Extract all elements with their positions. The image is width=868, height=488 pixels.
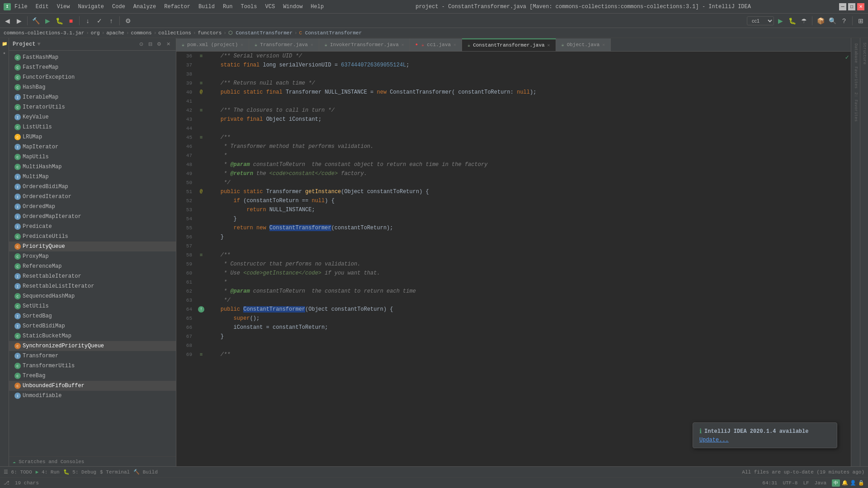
tree-item-listutils[interactable]: CListUtils (9, 122, 176, 132)
run-config-run[interactable]: ▶ (775, 15, 786, 26)
menu-view[interactable]: View (53, 3, 74, 11)
settings-button[interactable]: ⚙ (123, 15, 133, 26)
structure-label[interactable]: Structure (862, 43, 867, 65)
tree-item-hashbag[interactable]: CHashBag (9, 82, 176, 92)
tab-cc1-java[interactable]: ●☕cc1.java✕ (410, 38, 462, 51)
menu-edit[interactable]: Edit (32, 3, 52, 11)
menu-build[interactable]: Build (195, 3, 218, 11)
tree-item-orderedmapiterator[interactable]: IOrderedMapIterator (9, 212, 176, 222)
tree-item-referencemap[interactable]: CReferenceMap (9, 261, 176, 271)
back-button[interactable]: ◀ (2, 15, 13, 26)
vcs-push-button[interactable]: ↑ (106, 15, 117, 26)
tree-item-synchronizedpriorityqueue[interactable]: CSynchronizedPriorityQueue (9, 341, 176, 351)
breadcrumb-functors[interactable]: functors (198, 30, 222, 36)
menu-tools[interactable]: Tools (237, 3, 261, 11)
tree-item-transformer[interactable]: ITransformer (9, 351, 176, 361)
tree-item-resettableiterator[interactable]: IResettableIterator (9, 271, 176, 281)
tree-item-proxymap[interactable]: CProxyMap (9, 251, 176, 261)
tree-item-transformerutils[interactable]: CTransformerUtils (9, 361, 176, 371)
tree-item-multimap[interactable]: IMultiMap (9, 172, 176, 182)
menu-analyze[interactable]: Analyze (130, 3, 160, 11)
tab-object-java[interactable]: ☕Object.java✕ (556, 38, 611, 51)
tree-item-mapiterator[interactable]: IMapIterator (9, 142, 176, 152)
tree-item-predicate[interactable]: IPredicate (9, 222, 176, 232)
help-btn[interactable]: ? (839, 15, 849, 26)
tree-item-resettablelistiterator[interactable]: IResettableListIterator (9, 281, 176, 291)
tab-pom-xml--project-[interactable]: ☕pom.xml (project)✕ (176, 38, 249, 51)
notification-update-link[interactable]: Update... (699, 437, 729, 443)
tree-item-orderedbidimap[interactable]: IOrderedBidiMap (9, 182, 176, 192)
tree-item-treebag[interactable]: CTreeBag (9, 371, 176, 381)
tree-item-sequencedhashmap[interactable]: CSequencedHashMap (9, 291, 176, 301)
breadcrumb-constanttransformer-outer[interactable]: ⬡ ConstantTransformer (228, 30, 292, 36)
panel-close-button[interactable]: ✕ (164, 40, 172, 48)
run-config-coverage[interactable]: ☂ (798, 15, 809, 26)
menu-help[interactable]: Help (307, 3, 327, 11)
vcs-update-button[interactable]: ↓ (82, 15, 93, 26)
tree-item-setutils[interactable]: CSetUtils (9, 301, 176, 311)
breadcrumb-org[interactable]: org (91, 30, 100, 36)
panel-settings-button[interactable]: ⚙ (155, 40, 163, 48)
menu-navigate[interactable]: Navigate (74, 3, 108, 11)
menu-window[interactable]: Window (279, 3, 306, 11)
tree-item-multihashmap[interactable]: CMultiHashMap (9, 162, 176, 172)
debug-status[interactable]: 🐛 5: Debug (63, 469, 96, 475)
breadcrumb-jar[interactable]: commons-collections-3.1.jar (4, 30, 84, 36)
menu-run[interactable]: Run (219, 3, 236, 11)
todo-status[interactable]: ☰ 6: TODO (4, 469, 32, 475)
activity-favorites[interactable]: ★ (0, 49, 9, 57)
tree-item-lrumap[interactable]: CLRUMap (9, 132, 176, 142)
scratches-consoles[interactable]: ☁ Scratches and Consoles (9, 456, 176, 466)
tree-item-priorityqueue[interactable]: CPriorityQueue (9, 242, 176, 251)
tree-item-orderediterator[interactable]: IOrderedIterator (9, 192, 176, 202)
menu-file[interactable]: File (11, 3, 31, 11)
breadcrumb-constanttransformer-inner[interactable]: C ConstantTransformer (299, 30, 362, 36)
collapse-all-button[interactable]: ⊟ (146, 40, 154, 48)
build-status[interactable]: 🔨 Build (133, 469, 158, 475)
tree-item-unboundedfifobuffer[interactable]: CUnboundedFifoBuffer (9, 381, 176, 391)
tree-item-predicateutils[interactable]: CPredicateUtils (9, 232, 176, 242)
menu-vcs[interactable]: VCS (262, 3, 279, 11)
tree-item-sortedbag[interactable]: ISortedBag (9, 311, 176, 321)
run-config-debug[interactable]: 🐛 (787, 15, 797, 26)
activity-project[interactable]: 📁 (0, 40, 9, 48)
breadcrumb-apache[interactable]: apache (106, 30, 124, 36)
tab-transformer-java[interactable]: ☕Transformer.java✕ (249, 38, 319, 51)
tree-item-functorexception[interactable]: CFunctorException (9, 72, 176, 82)
tree-item-fasttreemap[interactable]: CFastTreeMap (9, 62, 176, 72)
tree-item-staticbucketmap[interactable]: CStaticBucketMap (9, 331, 176, 341)
debug-button[interactable]: 🐛 (54, 15, 65, 26)
close-button[interactable]: ✕ (857, 3, 864, 10)
tree-item-iterablemap[interactable]: IIterableMap (9, 92, 176, 102)
database-label[interactable]: Database (854, 43, 858, 63)
tab-constanttransformer-java[interactable]: ☕ConstantTransformer.java✕ (462, 38, 556, 51)
tree-item-maputils[interactable]: CMapUtils (9, 152, 176, 162)
sdk-settings[interactable]: 📦 (815, 15, 826, 26)
tree-item-iteratorutils[interactable]: CIteratorUtils (9, 102, 176, 112)
favorites-label[interactable]: Favorites (854, 66, 858, 89)
forward-button[interactable]: ▶ (14, 15, 24, 26)
tree-item-fasthashmap[interactable]: CFastHashMap (9, 52, 176, 62)
tree-item-keyvalue[interactable]: IKeyValue (9, 112, 176, 122)
stop-button[interactable]: ■ (66, 15, 76, 26)
code-editor[interactable]: 36≡ /** Serial version UID */37 static f… (176, 52, 851, 466)
maximize-button[interactable]: □ (848, 3, 855, 10)
menu-refactor[interactable]: Refactor (160, 3, 194, 11)
find-usages[interactable]: 🔍 (827, 15, 838, 26)
breadcrumb-collections[interactable]: collections (158, 30, 191, 36)
run-button[interactable]: ▶ (42, 15, 53, 26)
tree-item-unmodifiable[interactable]: IUnmodifiable (9, 391, 176, 401)
locate-file-button[interactable]: ⊙ (137, 40, 145, 48)
tree-item-sortedbidimap[interactable]: ISortedBidiMap (9, 321, 176, 331)
run-config-selector[interactable]: cc1 (747, 16, 774, 25)
tree-item-orderedmap[interactable]: IOrderedMap (9, 202, 176, 212)
terminal-status[interactable]: $ Terminal (100, 469, 130, 475)
menu-code[interactable]: Code (108, 3, 129, 11)
breadcrumb-commons[interactable]: commons (131, 30, 151, 36)
layout-button[interactable]: ⊞ (855, 15, 866, 26)
build-button[interactable]: 🔨 (30, 15, 41, 26)
minimize-button[interactable]: ─ (839, 3, 846, 10)
tab-invokertransformer-java[interactable]: ☕InvokerTransformer.java✕ (319, 38, 410, 51)
run-status[interactable]: ▶ 4: Run (36, 469, 60, 475)
vcs-commit-button[interactable]: ✓ (94, 15, 105, 26)
